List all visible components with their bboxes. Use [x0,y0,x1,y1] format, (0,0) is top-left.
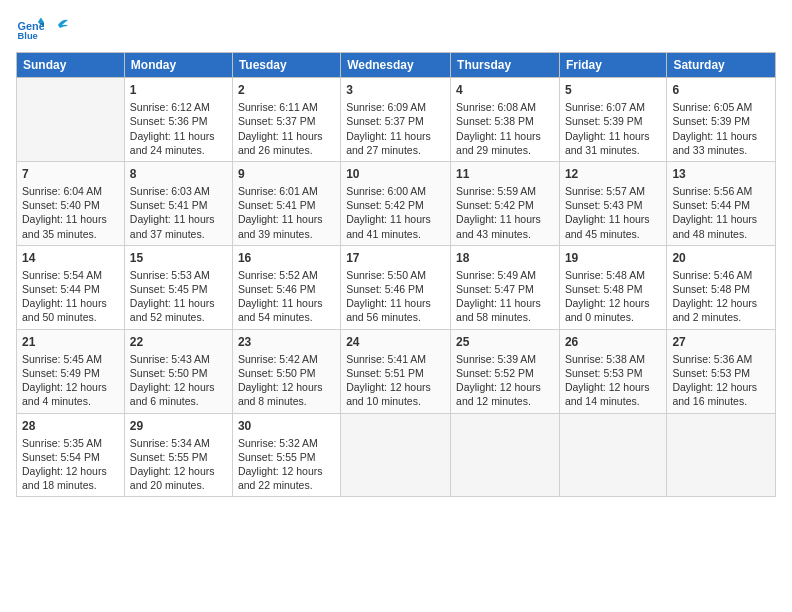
calendar-table: SundayMondayTuesdayWednesdayThursdayFrid… [16,52,776,497]
calendar-cell: 24Sunrise: 5:41 AMSunset: 5:51 PMDayligh… [341,329,451,413]
cell-info: Sunset: 5:39 PM [672,114,770,128]
cell-info: Sunset: 5:50 PM [130,366,227,380]
calendar-week-row: 1Sunrise: 6:12 AMSunset: 5:36 PMDaylight… [17,78,776,162]
cell-info: Daylight: 12 hours [130,380,227,394]
cell-info: Daylight: 12 hours [22,464,119,478]
cell-info: Sunrise: 5:43 AM [130,352,227,366]
cell-info: Daylight: 12 hours [238,380,335,394]
day-header-wednesday: Wednesday [341,53,451,78]
cell-info: Sunset: 5:48 PM [565,282,661,296]
cell-info: Daylight: 11 hours [238,129,335,143]
day-header-thursday: Thursday [451,53,560,78]
calendar-cell [667,413,776,497]
cell-info: Sunset: 5:54 PM [22,450,119,464]
cell-info: Sunset: 5:44 PM [22,282,119,296]
cell-info: Sunrise: 6:12 AM [130,100,227,114]
cell-info: Sunrise: 5:52 AM [238,268,335,282]
cell-info: Sunrise: 5:36 AM [672,352,770,366]
cell-info: Sunrise: 6:11 AM [238,100,335,114]
cell-info: Sunset: 5:46 PM [238,282,335,296]
calendar-cell [341,413,451,497]
calendar-cell: 29Sunrise: 5:34 AMSunset: 5:55 PMDayligh… [124,413,232,497]
calendar-cell: 17Sunrise: 5:50 AMSunset: 5:46 PMDayligh… [341,245,451,329]
cell-info: and 31 minutes. [565,143,661,157]
cell-info: Daylight: 11 hours [130,129,227,143]
cell-info: Daylight: 11 hours [130,212,227,226]
cell-info: Sunset: 5:46 PM [346,282,445,296]
cell-info: and 14 minutes. [565,394,661,408]
cell-date: 1 [130,82,227,98]
svg-text:Blue: Blue [18,31,38,41]
cell-info: and 22 minutes. [238,478,335,492]
day-header-monday: Monday [124,53,232,78]
cell-info: and 50 minutes. [22,310,119,324]
calendar-cell: 15Sunrise: 5:53 AMSunset: 5:45 PMDayligh… [124,245,232,329]
cell-info: Daylight: 11 hours [565,212,661,226]
cell-info: and 20 minutes. [130,478,227,492]
cell-info: and 45 minutes. [565,227,661,241]
cell-info: Sunrise: 6:00 AM [346,184,445,198]
page-header: General Blue [16,16,776,44]
cell-info: Sunrise: 5:59 AM [456,184,554,198]
cell-date: 6 [672,82,770,98]
calendar-cell: 20Sunrise: 5:46 AMSunset: 5:48 PMDayligh… [667,245,776,329]
cell-info: Sunset: 5:47 PM [456,282,554,296]
cell-date: 21 [22,334,119,350]
cell-date: 27 [672,334,770,350]
cell-date: 14 [22,250,119,266]
cell-info: Sunrise: 5:42 AM [238,352,335,366]
cell-info: Sunset: 5:55 PM [130,450,227,464]
calendar-cell: 30Sunrise: 5:32 AMSunset: 5:55 PMDayligh… [232,413,340,497]
cell-info: and 4 minutes. [22,394,119,408]
cell-info: and 48 minutes. [672,227,770,241]
cell-info: Daylight: 12 hours [565,380,661,394]
logo: General Blue [16,16,68,44]
calendar-cell: 25Sunrise: 5:39 AMSunset: 5:52 PMDayligh… [451,329,560,413]
cell-info: Sunset: 5:37 PM [346,114,445,128]
calendar-week-row: 28Sunrise: 5:35 AMSunset: 5:54 PMDayligh… [17,413,776,497]
cell-info: and 16 minutes. [672,394,770,408]
cell-date: 16 [238,250,335,266]
cell-info: Sunrise: 5:48 AM [565,268,661,282]
cell-info: Sunrise: 5:54 AM [22,268,119,282]
cell-info: Sunset: 5:50 PM [238,366,335,380]
calendar-cell: 23Sunrise: 5:42 AMSunset: 5:50 PMDayligh… [232,329,340,413]
cell-date: 20 [672,250,770,266]
calendar-cell: 3Sunrise: 6:09 AMSunset: 5:37 PMDaylight… [341,78,451,162]
cell-info: and 29 minutes. [456,143,554,157]
calendar-cell [559,413,666,497]
cell-info: and 0 minutes. [565,310,661,324]
cell-info: and 24 minutes. [130,143,227,157]
cell-date: 22 [130,334,227,350]
cell-info: Sunrise: 5:35 AM [22,436,119,450]
day-header-tuesday: Tuesday [232,53,340,78]
calendar-cell: 9Sunrise: 6:01 AMSunset: 5:41 PMDaylight… [232,161,340,245]
cell-info: and 33 minutes. [672,143,770,157]
calendar-cell: 7Sunrise: 6:04 AMSunset: 5:40 PMDaylight… [17,161,125,245]
cell-date: 10 [346,166,445,182]
calendar-cell: 10Sunrise: 6:00 AMSunset: 5:42 PMDayligh… [341,161,451,245]
calendar-cell: 5Sunrise: 6:07 AMSunset: 5:39 PMDaylight… [559,78,666,162]
cell-info: and 35 minutes. [22,227,119,241]
calendar-cell: 4Sunrise: 6:08 AMSunset: 5:38 PMDaylight… [451,78,560,162]
cell-info: Daylight: 12 hours [22,380,119,394]
cell-info: Sunrise: 5:34 AM [130,436,227,450]
cell-info: Sunrise: 5:32 AM [238,436,335,450]
cell-date: 9 [238,166,335,182]
cell-info: Sunrise: 5:49 AM [456,268,554,282]
cell-info: Sunset: 5:45 PM [130,282,227,296]
cell-info: Daylight: 11 hours [346,212,445,226]
cell-info: Sunrise: 5:39 AM [456,352,554,366]
cell-info: Sunrise: 5:57 AM [565,184,661,198]
calendar-cell: 16Sunrise: 5:52 AMSunset: 5:46 PMDayligh… [232,245,340,329]
cell-info: Sunset: 5:52 PM [456,366,554,380]
cell-info: Daylight: 11 hours [346,129,445,143]
cell-date: 24 [346,334,445,350]
calendar-header-row: SundayMondayTuesdayWednesdayThursdayFrid… [17,53,776,78]
cell-info: and 56 minutes. [346,310,445,324]
cell-date: 13 [672,166,770,182]
cell-info: Sunrise: 6:09 AM [346,100,445,114]
cell-date: 2 [238,82,335,98]
cell-info: Daylight: 11 hours [456,296,554,310]
cell-info: Sunset: 5:41 PM [238,198,335,212]
